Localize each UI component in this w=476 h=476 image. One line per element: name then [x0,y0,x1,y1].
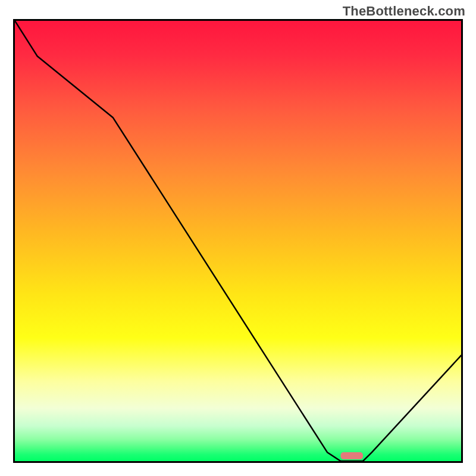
chart-container: TheBottleneck.com [0,0,476,476]
plot-inner [15,21,461,461]
plot-frame [13,19,463,463]
marker-rect [341,452,364,459]
optimum-marker [15,21,461,461]
watermark-text: TheBottleneck.com [343,4,465,19]
